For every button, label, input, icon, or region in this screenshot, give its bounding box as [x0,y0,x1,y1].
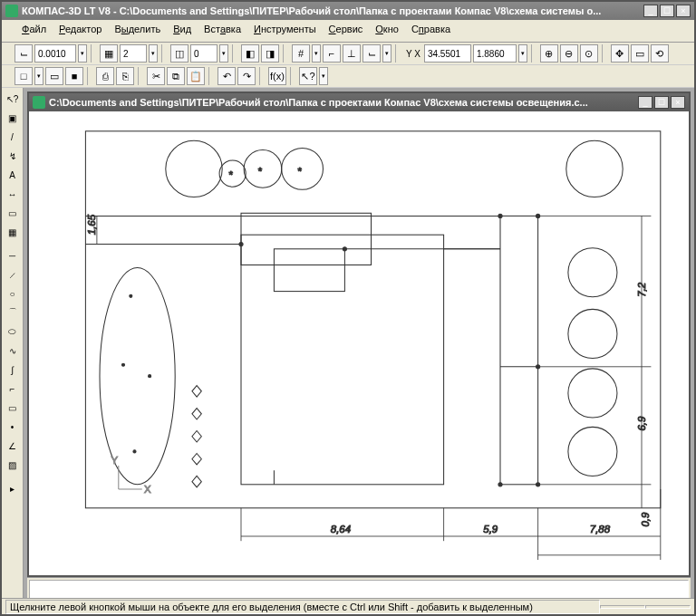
ellipse-tool-icon[interactable]: ⬭ [4,322,22,341]
layer-icon[interactable]: ▦ [100,44,118,63]
rotate-button[interactable]: ⟲ [651,44,669,63]
menu-view[interactable]: Вид [168,22,197,40]
menu-insert[interactable]: Вставка [198,22,246,40]
copy-button[interactable]: ⧉ [167,67,185,85]
snap-dropdown[interactable]: ▾ [382,44,392,63]
layer-dropdown[interactable]: ▾ [149,44,158,63]
cursor-button[interactable]: ↖? [299,67,317,85]
workspace: ↖? ▣ / ↯ A ↔ ▭ ▦ ─ ⟋ ○ ⌒ ⬭ ∿ ∫ ⌐ ▭ • ∠ ▨… [2,88,694,598]
zoom-fit-button[interactable]: ⊙ [580,44,598,63]
menu-help[interactable]: Справка [406,22,456,40]
gripper-icon[interactable] [5,44,11,63]
svg-point-13 [100,268,175,485]
fx-button[interactable]: f(x) [268,67,286,85]
state-icon[interactable]: ◫ [170,44,188,63]
zoom-window-button[interactable]: ▭ [631,44,649,63]
zoom-out-button[interactable]: ⊖ [560,44,578,63]
fillet-tool-icon[interactable]: ⌐ [4,380,22,398]
doc-close-button[interactable]: × [671,96,685,109]
layer-input[interactable] [120,44,147,63]
svg-point-56 [498,483,502,486]
redo-button[interactable]: ↷ [237,67,256,85]
coord-x-input[interactable] [424,44,471,63]
dim-tool-icon[interactable]: ↔ [4,185,22,203]
perp-button[interactable]: ⊥ [343,44,361,63]
text-tool-icon[interactable]: A [4,166,22,184]
drawing-canvas[interactable]: * * * [29,111,689,575]
snap-button[interactable]: ⌙ [362,44,381,63]
line2-tool-icon[interactable]: ─ [4,246,22,265]
grid-dropdown[interactable]: ▾ [312,44,321,63]
menu-tools[interactable]: Инструменты [248,22,322,40]
maximize-button[interactable]: ☐ [660,5,674,17]
svg-point-58 [239,243,243,246]
chamfer-tool-icon[interactable]: ∠ [4,437,22,455]
property-panel [27,577,691,598]
document-area: C:\Documents and Settings\ПИТЕР\Рабочий … [24,88,694,598]
app-window: КОМПАС-3D LT V8 - C:\Documents and Setti… [0,0,696,616]
step-dropdown[interactable]: ▾ [78,44,87,63]
document-window: C:\Documents and Settings\ПИТЕР\Рабочий … [27,91,691,577]
table-tool-icon[interactable]: ▦ [4,223,22,241]
coord-y-input[interactable] [473,44,517,63]
menu-window[interactable]: Окно [370,22,404,40]
svg-text:8,64: 8,64 [331,524,351,534]
menu-service[interactable]: Сервис [324,22,369,40]
save-button[interactable]: ■ [65,67,83,85]
state-input[interactable] [190,44,218,63]
xy-label: Y X [404,49,422,59]
point-tool-icon[interactable]: • [4,418,22,436]
spline-tool-icon[interactable]: ∿ [4,342,22,360]
hatch-tool-icon[interactable]: ▨ [4,456,22,474]
grid-button[interactable]: # [292,44,310,63]
open-button[interactable]: ▭ [45,67,63,85]
line-tool-icon[interactable]: / [4,128,22,146]
poly-tool-icon[interactable]: ↯ [4,147,22,165]
ortho-button[interactable]: ⌐ [323,44,341,63]
minimize-button[interactable]: _ [643,5,658,17]
arc2-tool-icon[interactable]: ⌒ [4,303,22,322]
menu-file-label: айл [29,24,46,34]
paste-button[interactable]: 📋 [187,67,205,85]
undo-button[interactable]: ↶ [218,67,236,85]
property-box[interactable] [29,580,689,598]
new-button[interactable]: □ [14,67,33,85]
circle-tool-icon[interactable]: ○ [4,284,22,303]
doc-maximize-button[interactable]: ☐ [654,96,669,109]
eraser1-button[interactable]: ◧ [241,44,259,63]
step-icon[interactable]: ⌙ [14,44,33,63]
selection-tool-icon[interactable]: ↖? [4,90,22,108]
gripper-icon[interactable] [7,22,13,40]
gripper-icon[interactable] [5,67,11,85]
cut-button[interactable]: ✂ [147,67,165,85]
svg-rect-20 [274,249,344,292]
eraser2-button[interactable]: ◨ [261,44,279,63]
spline2-tool-icon[interactable]: ∫ [4,361,22,379]
rect-tool-icon[interactable]: ▭ [4,204,22,222]
menu-file[interactable]: Файл [16,22,52,40]
expand-tool-icon[interactable]: ▸ [4,479,22,497]
coord-dropdown[interactable]: ▾ [518,44,527,63]
svg-point-1 [166,140,222,197]
doc-minimize-button[interactable]: _ [638,96,652,109]
menu-edit[interactable]: Редактор [53,22,107,40]
close-button[interactable]: × [676,5,691,17]
svg-point-9 [568,248,617,297]
svg-rect-18 [241,213,372,265]
tool2-icon[interactable]: ▣ [4,109,22,127]
svg-point-57 [536,483,540,486]
pan-button[interactable]: ✥ [611,44,629,63]
step-input[interactable] [34,44,76,63]
new-dropdown[interactable]: ▾ [34,67,44,85]
print-button[interactable]: ⎙ [96,67,114,85]
zoom-in-button[interactable]: ⊕ [540,44,558,63]
cursor-dropdown[interactable]: ▾ [319,67,328,85]
preview-button[interactable]: ⎘ [116,67,134,85]
status-cell-2 [600,605,645,609]
arc-tool-icon[interactable]: ⟋ [4,265,22,284]
statusbar: Щелкните левой кнопкой мыши на объекте д… [2,598,694,614]
menu-select[interactable]: Выделить [109,22,166,40]
state-dropdown[interactable]: ▾ [219,44,228,63]
document-icon [33,96,45,109]
rect2-tool-icon[interactable]: ▭ [4,399,22,417]
